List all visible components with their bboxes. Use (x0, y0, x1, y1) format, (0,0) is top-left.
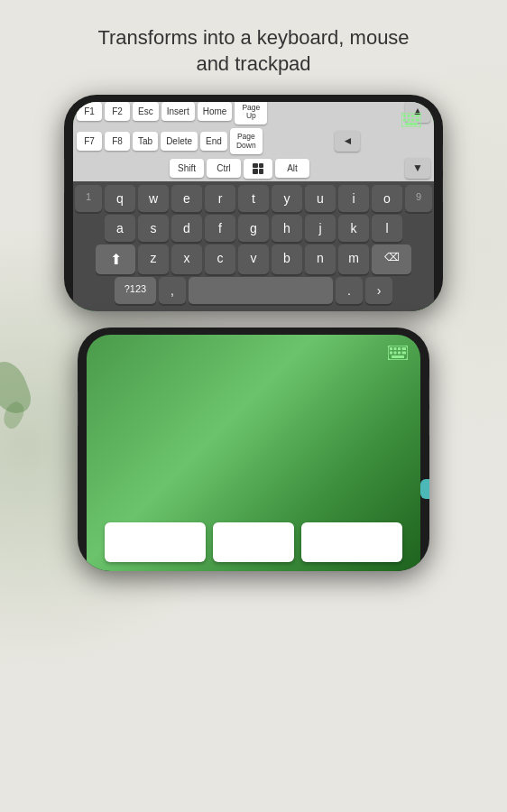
svg-rect-17 (398, 352, 401, 355)
key-j[interactable]: j (305, 215, 336, 242)
key-num9: 9 (405, 185, 432, 212)
qwerty-row-1: 1 q w e r t y u i o 9 (75, 185, 432, 212)
end-key[interactable]: End (200, 132, 227, 151)
spacer2 (265, 137, 333, 146)
home-key[interactable]: Home (198, 102, 233, 121)
bottom-vol-up[interactable] (429, 377, 429, 404)
num-key[interactable]: ?123 (115, 277, 156, 304)
comma-key[interactable]: , (159, 277, 186, 304)
svg-rect-15 (390, 352, 392, 355)
key-d[interactable]: d (171, 215, 202, 242)
f8-key[interactable]: F8 (105, 132, 130, 151)
key-s[interactable]: s (138, 215, 169, 242)
svg-rect-2 (408, 115, 410, 117)
key-o[interactable]: o (372, 185, 402, 212)
key-n[interactable]: n (305, 245, 336, 274)
svg-rect-3 (411, 115, 414, 117)
svg-rect-19 (392, 355, 404, 358)
phone-top: F1 F2 Esc Insert Home PageUp ▲ F7 F8 Tab… (64, 95, 443, 311)
enter-key[interactable]: › (365, 277, 392, 304)
headline-line1: Transforms into a keyboard, mouse (97, 26, 409, 49)
trackpad-buttons (105, 522, 402, 562)
esc-key[interactable]: Esc (133, 102, 159, 121)
key-q[interactable]: q (105, 185, 135, 212)
key-q[interactable]: 1 (75, 185, 102, 212)
arrow-down-key[interactable]: ▼ (405, 158, 430, 179)
svg-rect-18 (402, 352, 407, 355)
win-key[interactable] (244, 159, 272, 179)
teal-indicator (420, 479, 429, 499)
headline-line2: and trackpad (196, 52, 310, 75)
mod-spacer2 (312, 164, 402, 173)
phone-bottom (78, 328, 429, 571)
bottom-vol-down[interactable] (429, 409, 429, 436)
period-key[interactable]: . (336, 277, 363, 304)
insert-key[interactable]: Insert (161, 102, 195, 121)
svg-rect-1 (403, 115, 406, 117)
alt-key[interactable]: Alt (275, 159, 309, 178)
backspace-key[interactable]: ⌫ (372, 245, 411, 274)
key-k[interactable]: k (338, 215, 369, 242)
svg-rect-5 (403, 119, 406, 122)
qwerty-keyboard: 1 q w e r t y u i o 9 a (73, 181, 434, 311)
left-mouse-button[interactable] (105, 522, 206, 562)
key-t[interactable]: t (238, 185, 269, 212)
svg-rect-9 (405, 123, 418, 125)
qwerty-row-2: a s d f g h j k l (75, 215, 432, 242)
key-e[interactable]: e (171, 185, 202, 212)
key-i[interactable]: i (338, 185, 369, 212)
svg-rect-6 (408, 119, 410, 122)
fn-row-1: F1 F2 Esc Insert Home PageUp ▲ (73, 102, 434, 126)
pageup-key[interactable]: PageUp (235, 102, 267, 125)
spacer (270, 107, 402, 116)
tab-key[interactable]: Tab (133, 132, 158, 151)
key-l[interactable]: l (372, 215, 402, 242)
key-u[interactable]: u (305, 185, 336, 212)
shift-key[interactable]: Shift (170, 159, 204, 178)
keyboard-icon[interactable] (401, 113, 421, 131)
ctrl-key[interactable]: Ctrl (207, 159, 241, 178)
svg-rect-13 (398, 347, 401, 350)
key-r[interactable]: r (205, 185, 235, 212)
shift-key-2[interactable]: ⬆ (96, 245, 135, 274)
qwerty-row-4: ?123 , . › (75, 277, 432, 304)
key-y[interactable]: y (272, 185, 302, 212)
key-v[interactable]: v (238, 245, 269, 274)
key-h[interactable]: h (272, 215, 302, 242)
key-f[interactable]: f (205, 215, 235, 242)
bottom-phone-screen (87, 335, 420, 571)
key-m[interactable]: m (338, 245, 369, 274)
arrow-left-key[interactable]: ◄ (335, 131, 360, 152)
bottom-power[interactable] (78, 391, 78, 427)
key-b[interactable]: b (272, 245, 302, 274)
f1-key[interactable]: F1 (77, 102, 102, 121)
delete-key[interactable]: Delete (161, 132, 198, 151)
key-w[interactable]: w (138, 185, 169, 212)
power-button[interactable] (64, 158, 65, 194)
key-g[interactable]: g (238, 215, 269, 242)
spacer3 (363, 137, 430, 146)
space-key[interactable] (189, 277, 333, 304)
f7-key[interactable]: F7 (77, 132, 102, 151)
volume-down-button[interactable] (442, 176, 443, 203)
key-a[interactable]: a (105, 215, 135, 242)
right-mouse-button[interactable] (301, 522, 402, 562)
fn-row-2: F7 F8 Tab Delete End PageDown ◄ (73, 126, 434, 156)
middle-mouse-button[interactable] (213, 522, 294, 562)
mod-spacer (77, 164, 167, 173)
headline-text: Transforms into a keyboard, mouse and tr… (0, 0, 507, 95)
key-c[interactable]: c (205, 245, 235, 274)
svg-rect-11 (390, 347, 392, 350)
svg-rect-8 (416, 119, 420, 122)
svg-rect-12 (394, 347, 397, 350)
modifier-row: Shift Ctrl Alt ▼ (73, 156, 434, 181)
qwerty-row-3: ⬆ z x c v b n m ⌫ (75, 245, 432, 274)
bottom-keyboard-icon[interactable] (388, 346, 408, 364)
key-z[interactable]: z (138, 245, 169, 274)
pagedown-key[interactable]: PageDown (230, 128, 263, 154)
volume-up-button[interactable] (442, 144, 443, 171)
key-x[interactable]: x (171, 245, 202, 274)
svg-rect-4 (416, 115, 420, 117)
f2-key[interactable]: F2 (105, 102, 130, 121)
top-phone-screen: F1 F2 Esc Insert Home PageUp ▲ F7 F8 Tab… (73, 102, 434, 311)
